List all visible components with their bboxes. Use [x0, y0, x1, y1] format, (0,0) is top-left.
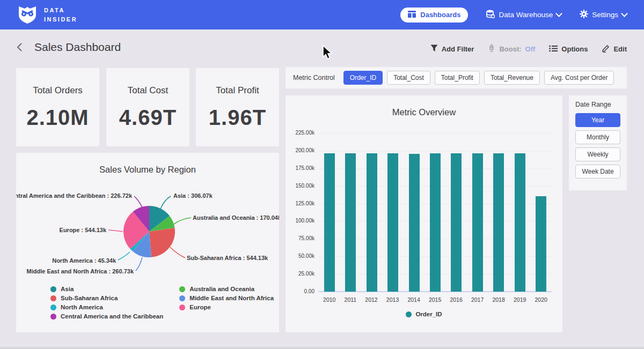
bar-2014[interactable]: [409, 154, 420, 292]
bar-2017[interactable]: [472, 153, 483, 292]
pie-callout-label: North America : 45.34k: [52, 257, 116, 264]
kpi-card-total-profit: Total Profit 1.96T: [196, 68, 279, 146]
gear-icon: [580, 10, 588, 20]
legend-item-europe[interactable]: Europe: [179, 304, 274, 310]
kpi-label: Total Orders: [33, 85, 83, 96]
boost-toggle[interactable]: Boost: Off: [488, 44, 535, 54]
callout-line: [170, 247, 185, 258]
metric-overview-chart-card: Metric Overview Order_ID 225.00k200.00k1…: [286, 95, 562, 332]
legend-label: Sub-Saharan Africa: [61, 295, 118, 301]
bar-2016[interactable]: [451, 153, 462, 292]
bar-2011[interactable]: [345, 153, 356, 292]
nav-settings[interactable]: Settings: [580, 10, 627, 20]
legend-item-australia-and-oceania[interactable]: Australia and Oceania: [179, 286, 274, 292]
back-button[interactable]: [15, 42, 25, 52]
brand-line1: DATA: [44, 6, 77, 15]
metric-control-label: Metric Control: [293, 74, 335, 81]
pie-legend: AsiaSub-Saharan AfricaNorth AmericaCentr…: [50, 286, 274, 320]
bar-2013[interactable]: [387, 153, 398, 292]
bar-2010[interactable]: [324, 153, 335, 292]
add-filter-button[interactable]: Add Filter: [430, 44, 474, 54]
y-axis-tick: 125.00k: [286, 201, 314, 206]
x-axis-tick: 2010: [323, 296, 335, 303]
y-axis-tick: 175.00k: [286, 165, 314, 171]
date-range-button-monthly[interactable]: Monthly: [575, 130, 620, 144]
y-axis-tick: 50.00k: [286, 253, 314, 259]
pie-callout-label: Sub-Saharan Africa : 544.13k: [187, 255, 268, 261]
pencil-icon: [602, 44, 610, 54]
bar-chart-title: Metric Overview: [286, 107, 562, 117]
y-axis-tick: 100.00k: [286, 218, 314, 224]
metric-button-total-revenue[interactable]: Total_Revenue: [484, 71, 540, 85]
chevron-down-icon: [555, 10, 562, 17]
bar-2015[interactable]: [430, 153, 441, 292]
y-axis-tick: 25.00k: [286, 271, 314, 277]
legend-item-middle-east-and-north-africa[interactable]: Middle East and North Africa: [179, 295, 274, 301]
legend-item-asia[interactable]: Asia: [50, 286, 163, 292]
date-range-button-year[interactable]: Year: [575, 113, 620, 127]
database-icon: [486, 10, 495, 20]
legend-item-central-america-and-the-caribbean[interactable]: Central America and the Caribbean: [50, 313, 163, 320]
metric-control-bar: Metric Control Order_IDTotal_CostTotal_P…: [286, 67, 627, 88]
kpi-value: 2.10M: [26, 106, 89, 130]
y-axis-tick: 150.00k: [286, 183, 314, 189]
legend-item-north-america[interactable]: North America: [50, 304, 163, 310]
nav-dashboards-button[interactable]: Dashboards: [400, 8, 468, 23]
callout-line: [174, 218, 191, 224]
pie-callout-label: Asia : 306.07k: [173, 192, 213, 199]
legend-dot: [50, 305, 56, 310]
legend-dot: [406, 311, 412, 317]
brand-logo[interactable]: DATA INSIDER: [17, 4, 77, 26]
bar-2019[interactable]: [515, 153, 525, 292]
nav-data-warehouse[interactable]: Data Warehouse: [486, 10, 561, 20]
bar-2018[interactable]: [493, 153, 504, 292]
options-button[interactable]: Options: [549, 45, 588, 54]
callout-line: [136, 257, 142, 271]
app-root: DATA INSIDER Dashboards: [0, 0, 644, 349]
kpi-label: Total Cost: [128, 85, 169, 96]
x-axis-tick: 2017: [471, 296, 484, 303]
edit-button[interactable]: Edit: [602, 44, 627, 54]
pie-callout-label: Australia and Oceania : 170.04k: [193, 214, 279, 221]
legend-label: Middle East and North Africa: [189, 295, 274, 301]
bottom-strip: [0, 347, 644, 349]
dashboards-icon: [408, 11, 416, 19]
metric-button-total-profit[interactable]: Total_Profit: [435, 71, 480, 85]
x-axis-tick: 2011: [345, 296, 357, 303]
legend-label: Europe: [189, 304, 211, 310]
metric-button-order-id[interactable]: Order_ID: [343, 71, 383, 85]
kpi-card-total-orders: Total Orders 2.10M: [16, 68, 99, 146]
legend-item-sub-saharan-africa[interactable]: Sub-Saharan Africa: [50, 295, 163, 301]
bar-chart-legend[interactable]: Order_ID: [286, 311, 562, 317]
top-navbar: DATA INSIDER Dashboards: [0, 0, 644, 29]
owl-logo-icon: [17, 4, 38, 26]
metric-button-avg-cost-per-order[interactable]: Avg. Cost per Order: [544, 71, 614, 85]
x-axis-tick: 2014: [407, 296, 420, 303]
y-axis-tick: 0.00: [286, 288, 314, 294]
bar-2012[interactable]: [367, 153, 377, 292]
rocket-icon: [488, 44, 495, 54]
bar-2020[interactable]: [536, 196, 546, 292]
legend-dot: [179, 286, 185, 292]
x-axis-tick: 2012: [365, 296, 377, 303]
x-axis-tick: 2015: [429, 296, 441, 303]
metric-button-total-cost[interactable]: Total_Cost: [387, 71, 430, 85]
pie-slice-sub-saharan-africa[interactable]: [149, 228, 175, 257]
date-range-button-week-date[interactable]: Week Date: [575, 165, 620, 179]
pie-callout-label: Middle East and North Africa : 260.73k: [27, 268, 134, 274]
page-title: Sales Dashboard: [34, 41, 121, 54]
chevron-down-icon: [621, 10, 628, 17]
boost-status: Off: [525, 45, 536, 53]
pie-callout-label: Europe : 544.13k: [60, 227, 107, 233]
date-range-panel: Date Range YearMonthlyWeeklyWeek Date: [569, 95, 627, 190]
date-range-label: Date Range: [575, 101, 620, 108]
date-range-button-weekly[interactable]: Weekly: [575, 147, 620, 161]
callout-line: [134, 196, 143, 209]
options-list-icon: [549, 45, 558, 54]
kpi-value: 4.69T: [119, 106, 177, 130]
kpi-card-total-cost: Total Cost 4.69T: [106, 68, 189, 146]
callout-line: [118, 252, 130, 260]
sales-volume-chart-card: Sales Volume by Region Asia : 306.07kAus…: [16, 153, 279, 332]
legend-label: Order_ID: [415, 311, 442, 317]
legend-dot: [50, 314, 56, 320]
